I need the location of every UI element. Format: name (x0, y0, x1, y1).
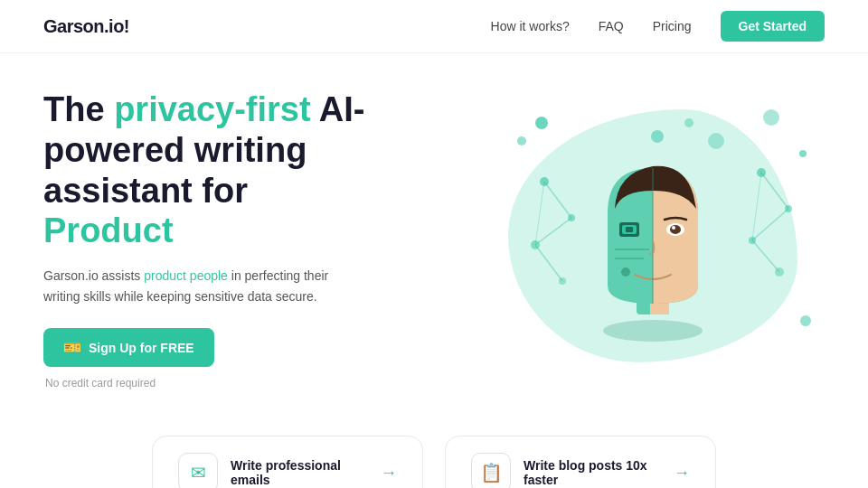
hero-description: Garson.io assists product people in perf… (43, 266, 351, 306)
svg-point-19 (603, 320, 703, 342)
hero-content: The privacy-first AI-powered writing ass… (43, 89, 423, 390)
svg-point-26 (670, 225, 681, 234)
title-part1: The (43, 90, 114, 128)
signup-button[interactable]: 🎫 Sign Up for FREE (43, 328, 214, 367)
nav-links: How it works? FAQ Pricing Get Started (491, 11, 825, 42)
blog-card-arrow: → (674, 464, 690, 483)
feature-cards: ✉ Write professional emails → 📋 Write bl… (0, 418, 868, 488)
feature-card-emails[interactable]: ✉ Write professional emails → (152, 436, 423, 488)
logo: Garson.io! (43, 16, 129, 37)
title-accent: Product (43, 211, 174, 249)
email-icon: ✉ (178, 453, 218, 488)
hero-section: The privacy-first AI-powered writing ass… (0, 53, 868, 418)
desc-part1: Garson.io assists (43, 268, 144, 283)
signup-icon: 🎫 (63, 339, 81, 356)
dot-1 (535, 117, 548, 129)
hero-title: The privacy-first AI-powered writing ass… (43, 89, 423, 251)
svg-rect-24 (626, 227, 633, 232)
nav-link-pricing[interactable]: Pricing (653, 19, 692, 33)
email-card-label: Write professional emails (231, 458, 368, 487)
dot-4 (763, 109, 779, 126)
email-card-arrow: → (381, 464, 397, 483)
title-highlight: privacy-first (114, 90, 311, 128)
no-credit-text: No credit card required (45, 377, 156, 389)
svg-point-27 (672, 226, 675, 230)
dot-5 (800, 315, 811, 326)
blog-icon: 📋 (471, 453, 511, 488)
signup-label: Sign Up for FREE (89, 341, 194, 355)
get-started-button[interactable]: Get Started (721, 11, 825, 42)
dot-2 (517, 136, 526, 145)
desc-link[interactable]: product people (144, 268, 228, 283)
feature-card-blog[interactable]: 📋 Write blog posts 10x faster → (445, 436, 716, 488)
navbar: Garson.io! How it works? FAQ Pricing Get… (0, 0, 868, 53)
hero-illustration (481, 100, 825, 380)
svg-point-30 (621, 267, 630, 277)
blog-card-label: Write blog posts 10x faster (524, 458, 661, 487)
robot-face-illustration (535, 141, 770, 349)
nav-link-faq[interactable]: FAQ (599, 19, 624, 33)
dot-3 (799, 150, 807, 157)
nav-link-how-it-works[interactable]: How it works? (491, 19, 570, 33)
